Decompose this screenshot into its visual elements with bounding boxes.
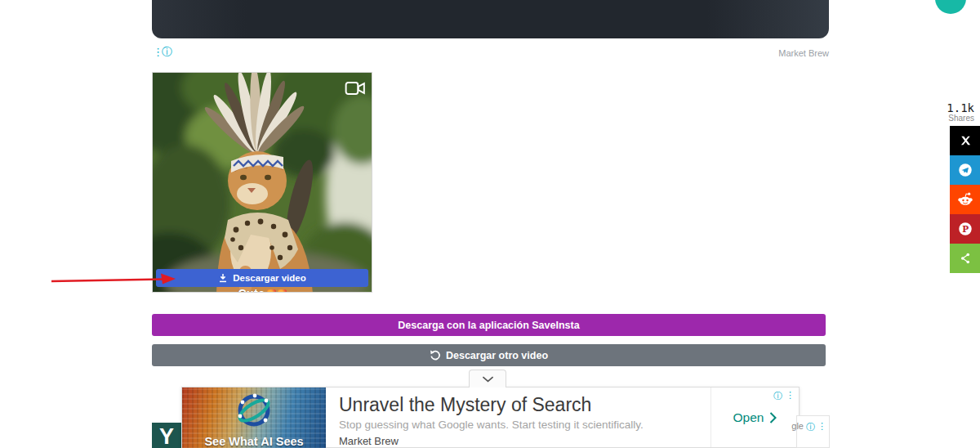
- download-with-app-label: Descarga con la aplicación SaveInsta: [398, 320, 579, 331]
- share-pinterest-button[interactable]: P: [950, 214, 980, 244]
- restart-icon: [430, 350, 441, 361]
- ad-info-icon[interactable]: ⓘ: [806, 421, 815, 433]
- share-x-button[interactable]: [950, 126, 980, 155]
- heart-eyes-emoji: [267, 289, 276, 292]
- ad-logo-dot: [935, 0, 966, 14]
- pinterest-icon: P: [955, 218, 976, 240]
- share-nodes-icon: [956, 249, 975, 268]
- share-count: 1.1k: [947, 101, 974, 114]
- ad-advertiser: Market Brew: [339, 435, 710, 447]
- video-thumbnail: Descargar video Cute: [152, 72, 372, 293]
- ad-image-caption: See What AI Sees: [182, 435, 326, 448]
- partial-letter: Y: [159, 424, 174, 448]
- telegram-icon: [955, 159, 976, 181]
- download-icon: [218, 273, 228, 283]
- share-reddit-button[interactable]: [950, 185, 980, 214]
- video-camera-icon: [345, 80, 366, 100]
- x-logo-icon: [957, 132, 973, 149]
- ad-collapse-tab[interactable]: [469, 370, 506, 388]
- globe-logo-icon: [228, 389, 280, 432]
- ad-description: Stop guessing what Google wants. Start t…: [339, 419, 710, 431]
- kebab-menu-icon[interactable]: ⋮: [786, 390, 795, 402]
- ad-image[interactable]: See What AI Sees: [182, 388, 326, 448]
- ad-body[interactable]: Unravel the Mystery of Search Stop guess…: [326, 388, 710, 447]
- heart-eyes-emoji: [278, 289, 287, 292]
- bottom-ad-banner: See What AI Sees Unravel the Mystery of …: [181, 387, 800, 448]
- share-generic-button[interactable]: [950, 244, 980, 273]
- ad-headline[interactable]: Unravel the Mystery of Search: [339, 394, 710, 416]
- download-another-button[interactable]: Descargar otro video: [152, 344, 826, 366]
- download-another-label: Descargar otro video: [446, 350, 548, 361]
- ad-info-icon[interactable]: ⓘ: [162, 47, 172, 58]
- ad-open-label: Open: [733, 410, 764, 425]
- svg-text:P: P: [962, 224, 969, 234]
- share-count-label: Shares: [948, 114, 974, 123]
- share-bar: P: [950, 126, 980, 273]
- chevron-down-icon: [482, 376, 494, 383]
- chevron-right-icon: [769, 412, 777, 423]
- attribution-partial-text: gle: [791, 421, 804, 431]
- reddit-icon: [954, 189, 977, 210]
- video-caption-clip: Cute: [153, 286, 372, 292]
- ad-open-link[interactable]: Open: [733, 410, 777, 425]
- video-caption-text: Cute: [238, 287, 286, 292]
- ad-info-icon[interactable]: ⓘ: [773, 390, 782, 402]
- download-video-button[interactable]: Descargar video: [156, 269, 368, 287]
- kebab-menu-icon[interactable]: ⋮: [817, 421, 826, 432]
- ad-corner-icons: ⓘ ⋮: [773, 390, 795, 402]
- cat-illustration: [153, 73, 372, 293]
- top-ad-remnant[interactable]: [152, 0, 829, 38]
- download-video-label: Descargar video: [233, 273, 306, 283]
- google-ad-attribution-badge[interactable]: gle ⓘ ⋮: [796, 415, 830, 448]
- top-ad-advertiser: Market Brew: [778, 48, 829, 58]
- share-telegram-button[interactable]: [950, 155, 980, 185]
- download-with-app-button[interactable]: Descarga con la aplicación SaveInsta: [152, 314, 826, 336]
